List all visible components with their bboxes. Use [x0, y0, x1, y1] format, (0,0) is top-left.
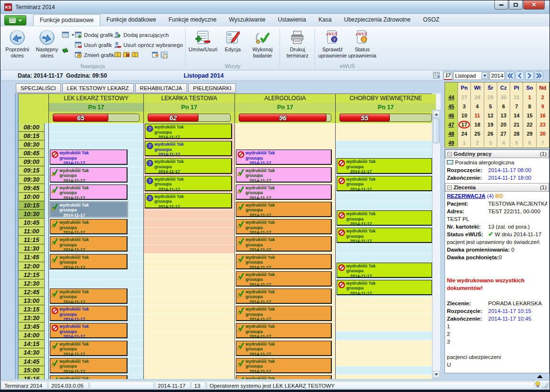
calendar-day-cell[interactable]: 26 — [484, 129, 497, 138]
calendar-day-cell[interactable]: 6 — [523, 138, 536, 147]
appointment-10:15[interactable]: wydrukiiiii Takgruuupa2014-11-17 — [236, 202, 332, 217]
view-tab-1[interactable]: SPECJALIŚCI — [16, 83, 61, 93]
calendar-day-cell[interactable]: 11 — [470, 111, 483, 120]
print-schedule-button[interactable]: Drukuj terminarz — [282, 28, 312, 58]
scroll-down-button[interactable] — [433, 371, 440, 378]
calendar-day-cell[interactable]: 6 — [497, 102, 510, 111]
appointment-12:45[interactable]: wydrukiiiii Takgruuupa2014-11-17 — [236, 288, 332, 304]
calendar-day-cell[interactable]: 5 — [484, 102, 497, 111]
column-day-label[interactable]: Pn 17 — [336, 103, 436, 112]
calendar-day-cell[interactable]: 18 — [470, 120, 483, 129]
export-icon[interactable] — [433, 71, 442, 80]
time-slot-14:00[interactable]: 14:00 — [19, 331, 44, 340]
prev-period-button[interactable] — [515, 71, 524, 80]
book-cancel-button[interactable]: Umów/Usuń — [188, 28, 218, 53]
calendar-day-cell[interactable]: 28 — [510, 129, 523, 138]
calendar-day-cell[interactable]: 31 — [510, 92, 523, 102]
view-mode-button[interactable] — [62, 30, 75, 40]
appointment-11:45[interactable]: wydrukiiiii Takgruuupa2014-11-17 — [50, 254, 128, 269]
refresh-button[interactable] — [62, 45, 75, 55]
calendar-day-cell[interactable]: 27 — [457, 92, 470, 102]
calendar-day-cell[interactable]: 4 — [470, 102, 483, 111]
calendar-day-cell[interactable]: 2 — [470, 138, 483, 147]
column-day-label[interactable]: Pn 17 — [49, 103, 143, 112]
first-period-button[interactable] — [506, 71, 515, 80]
appointment-10:30[interactable]: wydrukiiiii Takgruuupa2014-11-17 — [337, 210, 432, 226]
time-slot-11:00[interactable]: 11:00 — [19, 227, 44, 236]
ribbon-tab-5[interactable]: Ustawienia — [271, 14, 312, 26]
view-tab-4[interactable]: PIELĘGNIARKI — [188, 83, 236, 93]
scrollbar-thumb[interactable] — [433, 118, 440, 143]
month-select[interactable]: Listopad — [453, 71, 489, 80]
last-period-button[interactable] — [535, 71, 543, 80]
book-button-2[interactable] — [123, 51, 130, 58]
time-slot-13:00[interactable]: 13:00 — [19, 297, 44, 305]
column-name[interactable]: LEK LEKARZ TESTOWY — [49, 94, 143, 103]
time-slot-12:00[interactable]: 12:00 — [19, 262, 44, 271]
collapse-icon[interactable]: − — [447, 185, 452, 190]
time-slot-08:45[interactable]: 08:45 — [19, 149, 44, 158]
edit-button[interactable]: Edycja — [218, 28, 247, 53]
remove-except-button[interactable]: Usuń oprócz wybranego — [114, 40, 183, 50]
ribbon-tab-8[interactable]: OSOZ — [417, 14, 445, 26]
appointment-13:15[interactable]: wydrukiiiii Takgruuupa2014-11-17 — [50, 306, 128, 321]
working-hours-header[interactable]: − Godziny pracy (1) — [445, 150, 549, 158]
appointment-13:45[interactable]: wydrukiiiii Takgruuupa2014-11-17 — [236, 323, 332, 338]
column-name[interactable]: ALERGOLOGIA — [235, 94, 335, 103]
time-slot-15:15[interactable]: 15:15 — [19, 375, 44, 379]
appointment-10:45[interactable]: wydrukiiiii Takgruuupa2014-11-17 — [236, 219, 332, 234]
calendar-day-cell[interactable]: 21 — [510, 120, 523, 129]
add-working-button[interactable]: Dodaj pracujących — [114, 30, 183, 40]
appointment-10:15[interactable]: wydrukiiiii Takgruuupa2014-11-17 — [50, 202, 128, 217]
calendar-day-cell[interactable]: 29 — [523, 129, 536, 138]
reservation-link[interactable]: REZERWACJA — [447, 193, 485, 199]
appointment-09:45[interactable]: wydrukiiiii Takgruuupa2014-11-17 — [50, 184, 128, 200]
ribbon-tab-2[interactable]: Funkcje dodatkowe — [100, 14, 162, 26]
entitlement-status-button[interactable]: eWUŚiStatus uprawnienia — [347, 28, 377, 58]
calendar-day-cell[interactable]: 8 — [523, 102, 536, 111]
close-button[interactable]: ✕ — [523, 0, 545, 10]
appointment-08:45[interactable]: wydrukiiiii Takgruuupa2014-11-17 — [50, 150, 128, 165]
appointment-12:00[interactable]: wydrukiiiii Takgruuupa2014-11-17 — [337, 263, 432, 278]
appointment-11:15[interactable]: wydrukiiiii Takgruuupa2014-11-17 — [50, 236, 128, 252]
time-slot-09:00[interactable]: 09:00 — [19, 158, 44, 166]
time-slot-10:00[interactable]: 10:00 — [19, 193, 44, 201]
book-button-3[interactable] — [131, 51, 139, 58]
calendar-day-cell[interactable]: 4 — [497, 138, 510, 147]
column-day-label[interactable]: Pn 17 — [235, 103, 335, 112]
ribbon-tab-1[interactable]: Funkcje podstawowe — [33, 14, 100, 26]
calendar-day-cell[interactable]: 22 — [523, 120, 536, 129]
appointment-11:15[interactable]: wydrukiiiii Takgruuupa2014-11-17 — [236, 236, 332, 252]
calendar-day-cell[interactable]: 13 — [497, 111, 510, 120]
year-input[interactable]: 2014 — [490, 71, 505, 80]
maximize-button[interactable] — [509, 0, 523, 10]
calendar-day-cell[interactable]: 12 — [484, 111, 497, 120]
calendar-day-cell[interactable]: 30 — [497, 92, 510, 102]
time-slot-08:00[interactable]: 08:00 — [19, 123, 44, 132]
appointment-11:45[interactable]: wydrukiiiii Takgruuupa2014-11-17 — [236, 254, 332, 269]
appointment-09:15[interactable]: wydrukiiiii Takgruuupa2014-11-17 — [236, 167, 332, 183]
vertical-scrollbar[interactable] — [432, 110, 441, 379]
calendar-day-cell[interactable]: 7 — [510, 102, 523, 111]
time-slot-13:15[interactable]: 13:15 — [19, 305, 44, 314]
time-slot-14:15[interactable]: 14:15 — [19, 340, 44, 348]
appointment-12:15[interactable]: wydrukiiiii Takgruuupa2014-11-17 — [236, 271, 332, 287]
column-day-label[interactable]: Pn 17 — [144, 103, 234, 112]
appointment-08:45[interactable]: wydrukiiiii Takgruuupa2014-11-17 — [236, 150, 332, 165]
appointment-08:30[interactable]: ?wydrukiiiii Takgruuupa2014-11-17 — [145, 141, 232, 156]
calendar-day-cell[interactable]: 25 — [470, 129, 483, 138]
time-slot-09:30[interactable]: 09:30 — [19, 175, 44, 184]
chevron-down-icon[interactable] — [481, 72, 488, 79]
ribbon-tab-3[interactable]: Funkcje medyczne — [162, 14, 222, 26]
calendar-day-cell[interactable]: 16 — [536, 111, 549, 120]
ribbon-tab-7[interactable]: Ubezpieczenia Zdrowotne — [338, 14, 417, 26]
calendar-day-cell[interactable]: 3 — [484, 138, 497, 147]
time-slot-10:15[interactable]: 10:15 — [19, 201, 44, 210]
previous-period-button[interactable]: Poprzedni okres — [2, 28, 32, 58]
calendar-day-cell[interactable]: 2 — [536, 92, 549, 102]
appointment-08:00[interactable]: ?wydrukiiiii Takgruuupa2014-11-17 — [145, 124, 232, 139]
view-tab-2[interactable]: LEK TESTOWY LEKARZ — [62, 83, 134, 93]
column-name[interactable]: LEKARKA TESTOWA — [144, 94, 234, 103]
time-slot-12:45[interactable]: 12:45 — [19, 288, 44, 297]
remove-schedule-button[interactable]: Usuń grafik — [75, 40, 114, 50]
